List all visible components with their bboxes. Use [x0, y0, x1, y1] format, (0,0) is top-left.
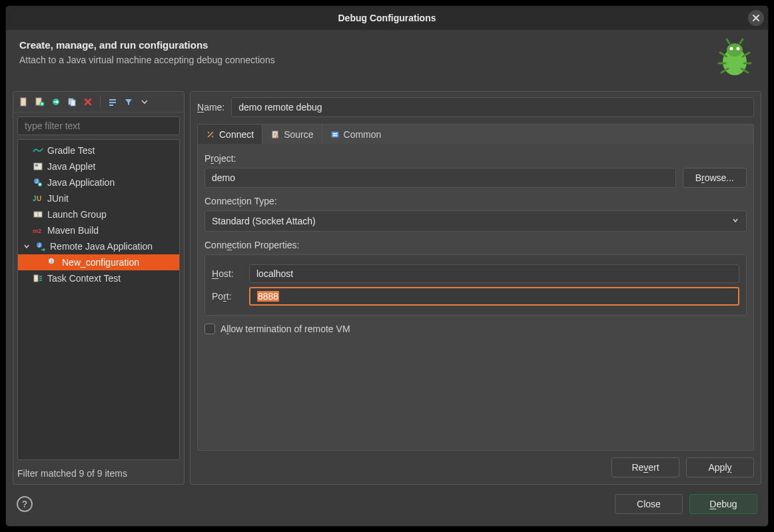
export-button[interactable] — [51, 97, 61, 107]
name-input[interactable] — [231, 97, 754, 117]
chevron-down-icon — [23, 243, 30, 250]
new-file-icon — [19, 97, 29, 107]
svg-rect-9 — [71, 100, 75, 106]
tree-item-label: Gradle Test — [47, 145, 95, 156]
tree-item-label: Remote Java Application — [50, 241, 153, 252]
dialog-footer: ? Close Debug — [6, 485, 768, 526]
debug-button[interactable]: Debug — [689, 494, 757, 514]
svg-text:U: U — [37, 195, 41, 202]
allow-terminate-label: Allow termination of remote VM — [220, 324, 350, 334]
svg-rect-27 — [34, 275, 38, 282]
new-file-plus-icon — [35, 97, 45, 107]
applet-icon — [33, 161, 43, 172]
connection-type-select[interactable]: Standard (Socket Attach) — [204, 210, 747, 232]
browse-project-button[interactable]: Browse... — [683, 168, 747, 188]
project-input[interactable] — [204, 168, 676, 188]
duplicate-button[interactable] — [67, 97, 77, 107]
source-icon — [270, 130, 280, 139]
allow-terminate-checkbox[interactable] — [204, 324, 215, 334]
connection-properties-label: Connection Properties: — [204, 240, 747, 250]
delete-button[interactable] — [83, 97, 93, 107]
maven-icon: m2 — [33, 225, 43, 236]
tree-item-label: JUnit — [47, 193, 69, 204]
tree-item-task-context-test[interactable]: Task Context Test — [18, 270, 179, 286]
export-icon — [51, 97, 61, 107]
tab-bar: Connect Source Common — [197, 124, 754, 144]
dialog-header: Create, manage, and run configurations A… — [6, 30, 768, 85]
tree-item-remote-java-application[interactable]: J Remote Java Application — [18, 238, 179, 254]
tab-connect[interactable]: Connect — [198, 125, 262, 144]
svg-rect-30 — [332, 132, 338, 137]
filter-menu-button[interactable] — [139, 97, 150, 107]
connection-properties-group: Host: Port: 8888 — [204, 254, 747, 316]
host-input[interactable] — [249, 264, 739, 283]
remote-java-icon: J — [35, 241, 46, 252]
svg-point-3 — [737, 47, 740, 51]
tree-item-label: Java Applet — [47, 161, 95, 172]
filter-icon — [124, 97, 133, 107]
chevron-down-icon — [141, 99, 148, 105]
svg-text:J: J — [33, 195, 37, 202]
tab-common[interactable]: Common — [322, 125, 390, 144]
tab-connect-body: Project: Browse... Connection Type: Stan… — [197, 144, 754, 451]
help-button[interactable]: ? — [17, 496, 33, 512]
config-tree-pane: Gradle Test Java Applet J Java Applicati… — [13, 91, 185, 485]
svg-point-29 — [276, 135, 278, 138]
titlebar: Debug Configurations — [6, 6, 768, 30]
svg-rect-21 — [38, 212, 42, 217]
config-editor-pane: Name: Connect Source Common Project — [190, 91, 761, 485]
port-label: Port: — [212, 291, 240, 302]
tree-item-new-configuration[interactable]: J New_configuration — [18, 254, 179, 270]
task-context-icon — [33, 273, 43, 284]
filter-status: Filter matched 9 of 9 items — [13, 464, 184, 484]
tree-item-maven-build[interactable]: m2 Maven Build — [18, 222, 179, 238]
filter-input[interactable] — [17, 117, 180, 135]
select-value: Standard (Socket Attach) — [212, 216, 316, 226]
collapse-all-button[interactable] — [107, 97, 118, 107]
port-input[interactable]: 8888 — [249, 287, 739, 306]
svg-text:J: J — [38, 243, 41, 248]
debug-config-dialog: Debug Configurations Create, manage, and… — [5, 5, 769, 527]
tree-item-label: Java Application — [47, 177, 115, 188]
svg-point-1 — [727, 43, 743, 57]
tab-label: Source — [284, 129, 313, 140]
tree-item-label: New_configuration — [62, 257, 139, 268]
tab-label: Common — [344, 129, 382, 140]
chevron-down-icon — [731, 216, 739, 226]
project-label: Project: — [204, 153, 747, 164]
config-tree[interactable]: Gradle Test Java Applet J Java Applicati… — [17, 139, 180, 460]
tree-item-gradle-test[interactable]: Gradle Test — [18, 142, 179, 158]
svg-point-2 — [730, 47, 733, 51]
connect-icon — [206, 130, 215, 139]
new-prototype-button[interactable] — [35, 97, 45, 107]
svg-rect-20 — [34, 212, 38, 217]
name-label: Name: — [197, 102, 224, 113]
apply-button[interactable]: Apply — [686, 457, 754, 477]
tree-item-java-application[interactable]: J Java Application — [18, 174, 179, 190]
tree-item-label: Task Context Test — [47, 273, 121, 284]
tree-expander[interactable] — [22, 242, 31, 251]
svg-rect-14 — [35, 164, 38, 166]
svg-text:J: J — [35, 179, 38, 184]
new-config-button[interactable] — [19, 97, 29, 107]
close-button[interactable]: Close — [615, 494, 683, 514]
common-icon — [330, 130, 340, 139]
tree-item-junit[interactable]: JU JUnit — [18, 190, 179, 206]
header-sub: Attach to a Java virtual machine accepti… — [19, 55, 712, 65]
svg-rect-12 — [109, 105, 113, 106]
filter-button[interactable] — [123, 97, 134, 107]
java-app-icon: J — [33, 177, 43, 188]
tab-source[interactable]: Source — [262, 125, 322, 144]
debug-bug-icon — [712, 37, 755, 79]
revert-button[interactable]: Revert — [611, 457, 679, 477]
junit-icon: JU — [33, 193, 43, 204]
window-close-button[interactable] — [748, 10, 764, 26]
collapse-icon — [108, 97, 117, 107]
header-heading: Create, manage, and run configurations — [19, 39, 712, 51]
close-icon — [752, 14, 760, 22]
svg-text:m2: m2 — [33, 228, 41, 234]
tree-item-java-applet[interactable]: Java Applet — [18, 158, 179, 174]
tab-label: Connect — [219, 129, 254, 140]
host-label: Host: — [212, 268, 240, 279]
tree-item-launch-group[interactable]: Launch Group — [18, 206, 179, 222]
